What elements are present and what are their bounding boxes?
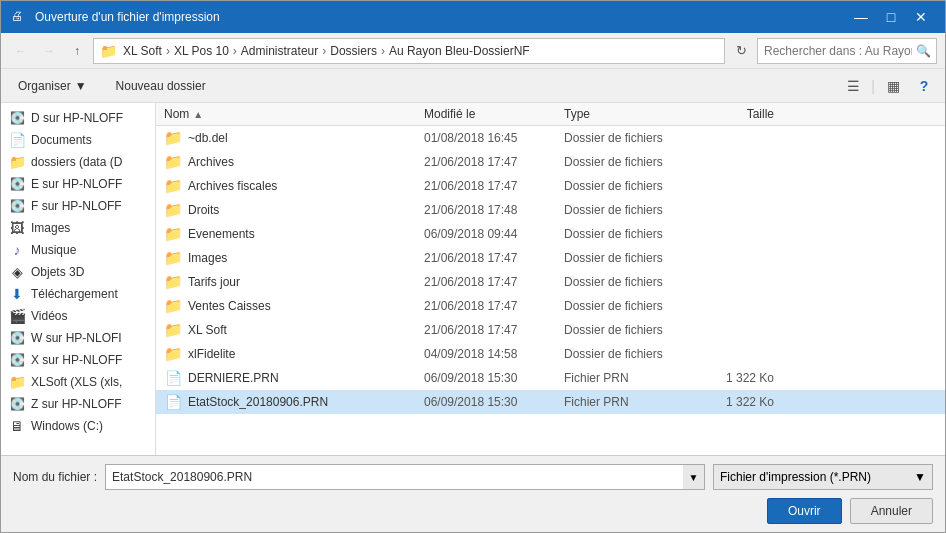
file-date: 06/09/2018 15:30 xyxy=(424,371,564,385)
sidebar-item-w-drive[interactable]: 💽 W sur HP-NLOFI xyxy=(1,327,155,349)
breadcrumb-current[interactable]: Au Rayon Bleu-DossierNF xyxy=(389,44,530,58)
file-name: ~db.del xyxy=(188,131,424,145)
file-name: Images xyxy=(188,251,424,265)
table-row[interactable]: 📁 Droits 21/06/2018 17:48 Dossier de fic… xyxy=(156,198,945,222)
sidebar-item-label: X sur HP-NLOFF xyxy=(31,353,122,367)
help-button[interactable]: ? xyxy=(911,73,937,99)
file-name: Archives xyxy=(188,155,424,169)
column-modified[interactable]: Modifié le xyxy=(424,107,564,121)
filename-input[interactable] xyxy=(105,464,705,490)
view-pane-button[interactable]: ▦ xyxy=(879,73,907,99)
table-row[interactable]: 📁 XL Soft 21/06/2018 17:47 Dossier de fi… xyxy=(156,318,945,342)
table-row[interactable]: 📁 Evenements 06/09/2018 09:44 Dossier de… xyxy=(156,222,945,246)
file-type: Dossier de fichiers xyxy=(564,179,694,193)
sidebar-item-e-drive[interactable]: 💽 E sur HP-NLOFF xyxy=(1,173,155,195)
sidebar-item-f-drive[interactable]: 💽 F sur HP-NLOFF xyxy=(1,195,155,217)
file-icon: 📄 xyxy=(165,370,182,386)
file-row-icon: 📁 xyxy=(164,177,182,195)
sidebar-item-label: D sur HP-NLOFF xyxy=(31,111,123,125)
view-divider: | xyxy=(871,78,875,94)
sidebar-item-documents[interactable]: 📄 Documents xyxy=(1,129,155,151)
file-type: Dossier de fichiers xyxy=(564,203,694,217)
filetype-select[interactable]: Fichier d'impression (*.PRN) ▼ xyxy=(713,464,933,490)
table-row[interactable]: 📄 EtatStock_20180906.PRN 06/09/2018 15:3… xyxy=(156,390,945,414)
search-input[interactable] xyxy=(757,38,937,64)
file-type: Dossier de fichiers xyxy=(564,323,694,337)
folder-icon: 📁 xyxy=(9,374,25,390)
filetype-chevron: ▼ xyxy=(914,470,926,484)
sidebar-item-d-drive[interactable]: 💽 D sur HP-NLOFF xyxy=(1,107,155,129)
sidebar-item-label: E sur HP-NLOFF xyxy=(31,177,122,191)
column-name[interactable]: Nom ▲ xyxy=(164,107,424,121)
sidebar-item-telechargement[interactable]: ⬇ Téléchargement xyxy=(1,283,155,305)
file-row-icon: 📁 xyxy=(164,345,182,363)
sidebar-item-xlsoft[interactable]: 📁 XLSoft (XLS (xls, xyxy=(1,371,155,393)
table-row[interactable]: 📁 Archives fiscales 21/06/2018 17:47 Dos… xyxy=(156,174,945,198)
sidebar-item-images[interactable]: 🖼 Images xyxy=(1,217,155,239)
file-rows-container: 📁 ~db.del 01/08/2018 16:45 Dossier de fi… xyxy=(156,126,945,414)
breadcrumb-xlpos[interactable]: XL Pos 10 xyxy=(174,44,229,58)
file-type: Dossier de fichiers xyxy=(564,251,694,265)
file-row-icon: 📁 xyxy=(164,297,182,315)
table-row[interactable]: 📁 Images 21/06/2018 17:47 Dossier de fic… xyxy=(156,246,945,270)
file-size: 1 322 Ko xyxy=(694,371,774,385)
images-icon: 🖼 xyxy=(9,220,25,236)
file-name: Ventes Caisses xyxy=(188,299,424,313)
maximize-button[interactable]: □ xyxy=(877,7,905,27)
drive-icon: 💽 xyxy=(9,352,25,368)
table-row[interactable]: 📁 Tarifs jour 21/06/2018 17:47 Dossier d… xyxy=(156,270,945,294)
file-row-icon: 📁 xyxy=(164,153,182,171)
filename-row: Nom du fichier : ▼ Fichier d'impression … xyxy=(13,464,933,490)
drive-icon: 💽 xyxy=(9,110,25,126)
folder-icon: 📁 xyxy=(164,153,183,171)
forward-button[interactable]: → xyxy=(37,39,61,63)
sidebar-item-dossiers[interactable]: 📁 dossiers (data (D xyxy=(1,151,155,173)
file-name: Archives fiscales xyxy=(188,179,424,193)
refresh-button[interactable]: ↻ xyxy=(729,38,753,64)
music-icon: ♪ xyxy=(9,242,25,258)
navigation-toolbar: ← → ↑ 📁 XL Soft › XL Pos 10 › Administra… xyxy=(1,33,945,69)
file-date: 21/06/2018 17:47 xyxy=(424,155,564,169)
filename-dropdown-button[interactable]: ▼ xyxy=(683,464,705,490)
breadcrumb-dossiers[interactable]: Dossiers xyxy=(330,44,377,58)
table-row[interactable]: 📁 xlFidelite 04/09/2018 14:58 Dossier de… xyxy=(156,342,945,366)
download-icon: ⬇ xyxy=(9,286,25,302)
sidebar-item-musique[interactable]: ♪ Musique xyxy=(1,239,155,261)
sidebar-item-label: Objets 3D xyxy=(31,265,84,279)
folder-icon: 📁 xyxy=(164,321,183,339)
file-date: 21/06/2018 17:47 xyxy=(424,179,564,193)
file-type: Dossier de fichiers xyxy=(564,155,694,169)
up-button[interactable]: ↑ xyxy=(65,39,89,63)
breadcrumb-xlsoft[interactable]: XL Soft xyxy=(123,44,162,58)
sidebar-item-windows-c[interactable]: 🖥 Windows (C:) xyxy=(1,415,155,437)
column-type[interactable]: Type xyxy=(564,107,694,121)
sidebar-item-z-drive[interactable]: 💽 Z sur HP-NLOFF xyxy=(1,393,155,415)
table-row[interactable]: 📄 DERNIERE.PRN 06/09/2018 15:30 Fichier … xyxy=(156,366,945,390)
file-row-icon: 📁 xyxy=(164,201,182,219)
cancel-button[interactable]: Annuler xyxy=(850,498,933,524)
search-icon: 🔍 xyxy=(916,44,931,58)
organize-button[interactable]: Organiser ▼ xyxy=(9,74,96,98)
sidebar-item-x-drive[interactable]: 💽 X sur HP-NLOFF xyxy=(1,349,155,371)
file-date: 21/06/2018 17:47 xyxy=(424,275,564,289)
folder-icon: 📁 xyxy=(164,345,183,363)
new-folder-button[interactable]: Nouveau dossier xyxy=(108,75,214,97)
column-size[interactable]: Taille xyxy=(694,107,774,121)
sort-arrow: ▲ xyxy=(193,109,203,120)
file-name: Evenements xyxy=(188,227,424,241)
view-list-button[interactable]: ☰ xyxy=(839,73,867,99)
file-date: 01/08/2018 16:45 xyxy=(424,131,564,145)
minimize-button[interactable]: — xyxy=(847,7,875,27)
close-button[interactable]: ✕ xyxy=(907,7,935,27)
drive-icon: 💽 xyxy=(9,176,25,192)
back-button[interactable]: ← xyxy=(9,39,33,63)
sidebar-item-videos[interactable]: 🎬 Vidéos xyxy=(1,305,155,327)
breadcrumb-admin[interactable]: Administrateur xyxy=(241,44,318,58)
open-button[interactable]: Ouvrir xyxy=(767,498,842,524)
table-row[interactable]: 📁 ~db.del 01/08/2018 16:45 Dossier de fi… xyxy=(156,126,945,150)
cube-icon: ◈ xyxy=(9,264,25,280)
sidebar-item-objets3d[interactable]: ◈ Objets 3D xyxy=(1,261,155,283)
table-row[interactable]: 📁 Ventes Caisses 21/06/2018 17:47 Dossie… xyxy=(156,294,945,318)
drive-icon: 💽 xyxy=(9,330,25,346)
table-row[interactable]: 📁 Archives 21/06/2018 17:47 Dossier de f… xyxy=(156,150,945,174)
